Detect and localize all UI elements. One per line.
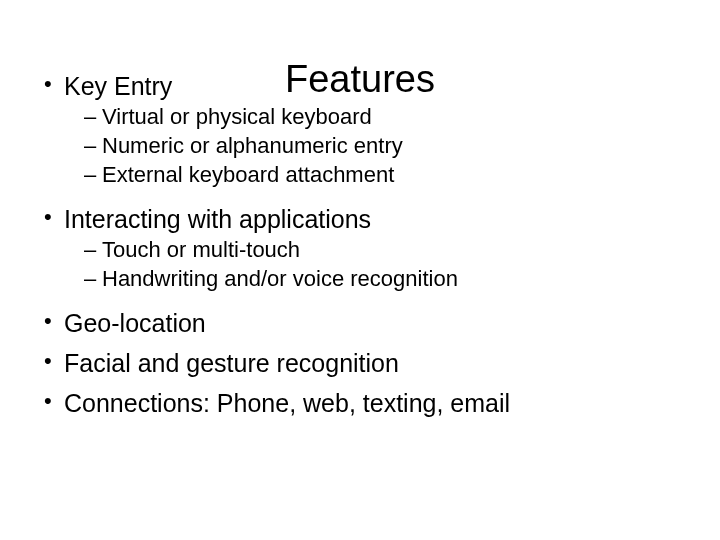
bullet-geo: Geo-location <box>30 307 690 339</box>
bullet-interacting: Interacting with applications <box>30 203 690 235</box>
bullet-connections: Connections: Phone, web, texting, email <box>30 387 690 419</box>
bullet-key-entry: Key Entry <box>30 70 690 102</box>
bullet-label: Key Entry <box>64 72 172 100</box>
sub-bullet: Virtual or physical keyboard <box>30 102 690 131</box>
sub-bullet: Touch or multi-touch <box>30 235 690 264</box>
bullet-label: Facial and gesture recognition <box>64 349 399 377</box>
bullet-label: Interacting with applications <box>64 205 371 233</box>
sub-bullet: Handwriting and/or voice recognition <box>30 264 690 293</box>
bullet-label: Geo-location <box>64 309 206 337</box>
bullet-label: Connections: Phone, web, texting, email <box>64 389 510 417</box>
bullet-facial: Facial and gesture recognition <box>30 347 690 379</box>
sub-bullet: External keyboard attachment <box>30 160 690 189</box>
sub-bullet: Numeric or alphanumeric entry <box>30 131 690 160</box>
slide-body: Key Entry Virtual or physical keyboard N… <box>30 50 690 419</box>
